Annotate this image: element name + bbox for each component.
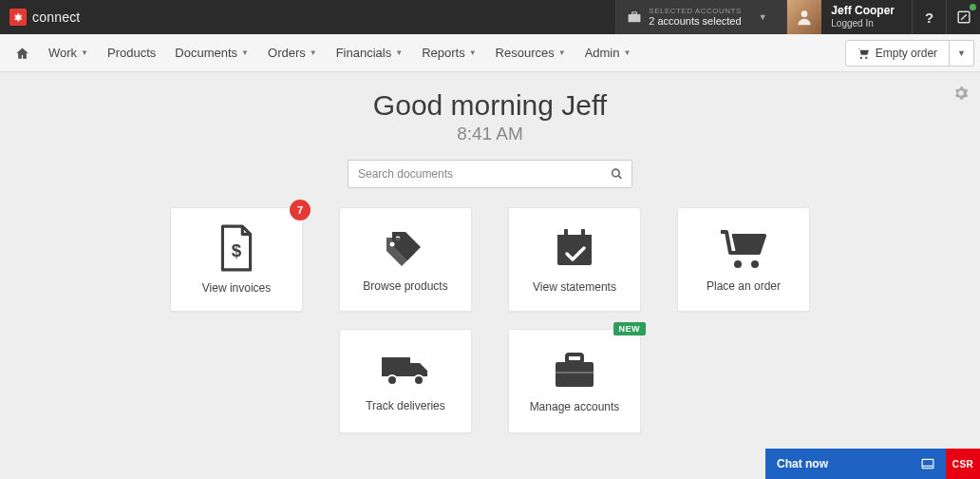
- csr-badge[interactable]: CSR: [946, 449, 980, 479]
- home-button[interactable]: [6, 47, 39, 60]
- empty-order-label: Empty order: [876, 47, 937, 60]
- svg-rect-12: [581, 229, 585, 239]
- svg-point-16: [387, 375, 397, 385]
- brand-logo[interactable]: ✱ connect: [0, 0, 89, 34]
- brand-name: connect: [32, 10, 80, 25]
- empty-order-button[interactable]: Empty order: [845, 40, 950, 67]
- svg-rect-11: [564, 229, 568, 239]
- svg-point-8: [390, 242, 395, 247]
- nav-label: Reports: [422, 46, 465, 60]
- edit-button[interactable]: [946, 0, 980, 34]
- nav-item-work[interactable]: Work▼: [39, 34, 98, 72]
- greeting-text: Good morning Jeff: [0, 89, 980, 122]
- empty-order-dropdown[interactable]: ▼: [950, 40, 974, 67]
- caret-down-icon: ▼: [81, 48, 88, 57]
- tiles-grid: 7 $ View invoices Browse products View s…: [148, 207, 832, 433]
- caret-down-icon: ▼: [241, 48, 249, 57]
- tile-label: Manage accounts: [530, 400, 620, 413]
- nav-item-orders[interactable]: Orders▼: [258, 34, 327, 72]
- pencil-icon: [957, 10, 971, 24]
- svg-line-5: [618, 176, 621, 179]
- svg-rect-0: [629, 14, 641, 22]
- time-text: 8:41 AM: [0, 124, 980, 144]
- svg-point-17: [414, 375, 424, 385]
- nav-label: Resources: [496, 46, 555, 60]
- nav-label: Work: [48, 46, 77, 60]
- caret-down-icon: ▼: [957, 48, 966, 58]
- tile-label: Place an order: [707, 279, 781, 293]
- tile-label: Track deliveries: [366, 399, 445, 412]
- svg-rect-20: [556, 372, 594, 374]
- user-block[interactable]: Jeff Cooper Logged In: [786, 0, 912, 34]
- nav-item-documents[interactable]: Documents▼: [165, 34, 258, 72]
- chat-label: Chat now: [777, 457, 921, 470]
- tile-track-deliveries[interactable]: Track deliveries: [339, 329, 472, 433]
- caret-down-icon: ▼: [395, 48, 403, 57]
- nav-item-reports[interactable]: Reports▼: [412, 34, 485, 72]
- caret-down-icon: ▼: [469, 48, 477, 57]
- gear-icon: [953, 86, 969, 101]
- invoice-icon: $: [216, 224, 257, 272]
- truck-icon: [378, 350, 433, 390]
- calendar-check-icon: [552, 225, 597, 271]
- svg-rect-1: [632, 12, 637, 14]
- nav-item-admin[interactable]: Admin▼: [575, 34, 641, 72]
- svg-point-14: [751, 260, 759, 268]
- main-content: Good morning Jeff 8:41 AM 7 $ View invoi…: [0, 72, 980, 433]
- search-input[interactable]: [348, 160, 632, 188]
- notification-dot-icon: [970, 4, 976, 10]
- svg-rect-10: [557, 235, 592, 242]
- svg-rect-19: [567, 354, 582, 362]
- briefcase-icon: [550, 349, 599, 391]
- account-selector-value: 2 accounts selected: [649, 15, 741, 27]
- navbar: Work▼ Products Documents▼ Orders▼ Financ…: [0, 34, 980, 72]
- caret-down-icon: ▼: [624, 48, 631, 57]
- nav-item-resources[interactable]: Resources▼: [486, 34, 575, 72]
- home-icon: [15, 47, 29, 60]
- settings-button[interactable]: [953, 86, 969, 101]
- cart-icon: [858, 48, 870, 59]
- account-selector[interactable]: SELECTED ACCOUNTS 2 accounts selected ▼: [615, 0, 786, 34]
- tile-label: View invoices: [202, 281, 271, 295]
- help-button[interactable]: ?: [912, 0, 946, 34]
- tile-browse-products[interactable]: Browse products: [339, 207, 472, 312]
- tile-view-invoices[interactable]: 7 $ View invoices: [170, 207, 303, 312]
- svg-point-13: [734, 260, 742, 268]
- svg-point-4: [612, 169, 620, 177]
- brand-icon: ✱: [9, 9, 27, 26]
- account-selector-label: SELECTED ACCOUNTS: [649, 8, 741, 16]
- tile-label: Browse products: [363, 279, 447, 293]
- caret-down-icon: ▼: [310, 48, 317, 57]
- tile-view-statements[interactable]: View statements: [508, 207, 641, 312]
- badge-new: NEW: [613, 322, 647, 335]
- nav-label: Admin: [585, 46, 620, 60]
- caret-down-icon: ▼: [558, 48, 566, 57]
- svg-rect-21: [922, 459, 933, 468]
- nav-item-financials[interactable]: Financials▼: [327, 34, 412, 72]
- user-name: Jeff Cooper: [831, 5, 895, 18]
- search-icon: [611, 168, 623, 181]
- nav-label: Financials: [336, 46, 392, 60]
- chat-window-icon: [921, 458, 934, 469]
- question-icon: ?: [925, 10, 933, 26]
- svg-rect-15: [382, 357, 410, 376]
- nav-label: Products: [107, 46, 156, 60]
- svg-point-2: [801, 10, 808, 17]
- cart-icon: [717, 226, 770, 270]
- tile-place-order[interactable]: Place an order: [677, 207, 810, 312]
- chevron-down-icon: ▼: [759, 12, 767, 22]
- tile-label: View statements: [533, 280, 616, 294]
- chat-now-button[interactable]: Chat now: [765, 449, 946, 479]
- nav-item-products[interactable]: Products: [98, 34, 165, 72]
- briefcase-icon: [628, 11, 641, 23]
- search-wrap: [348, 160, 632, 188]
- avatar: [787, 0, 821, 34]
- badge-count: 7: [290, 200, 311, 220]
- csr-label: CSR: [952, 459, 974, 469]
- svg-text:$: $: [232, 240, 242, 260]
- tile-manage-accounts[interactable]: NEW Manage accounts: [508, 329, 641, 433]
- nav-label: Orders: [268, 46, 306, 60]
- tags-icon: [381, 226, 430, 270]
- svg-rect-18: [556, 362, 594, 387]
- user-status: Logged In: [831, 18, 895, 29]
